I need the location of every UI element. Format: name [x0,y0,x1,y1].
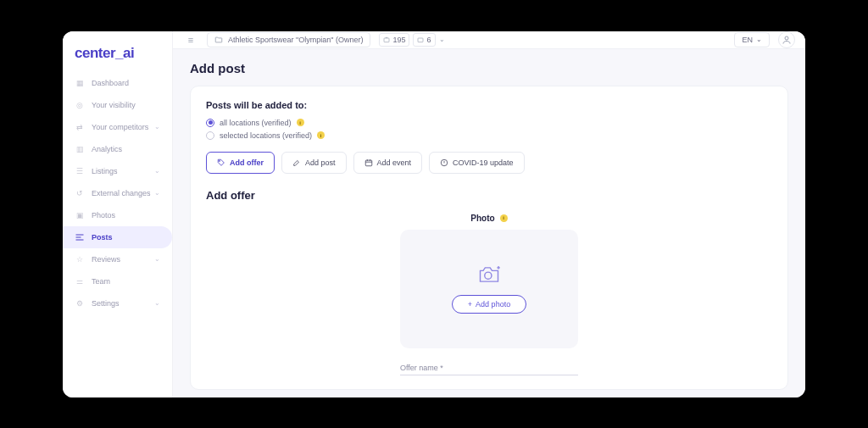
page-title: Add post [190,61,788,75]
sidebar-item-dashboard[interactable]: ▦ Dashboard [63,72,172,94]
folder-label: Athletic Sportswear "Olympian" (Owner) [228,36,363,44]
sidebar-item-label: Analytics [92,145,160,153]
alert-icon [440,158,448,167]
list-icon: ☰ [75,166,85,176]
photo-label: Photo [470,214,494,223]
image-icon: ▣ [75,210,85,220]
chevron-down-icon: ⌄ [154,255,160,263]
scope-title: Posts will be added to: [206,100,772,110]
post-type-tabs: Add offer Add post Add event [206,152,772,174]
chevron-down-icon: ⌄ [154,167,160,175]
sidebar-item-label: Reviews [92,255,154,264]
offer-name-input[interactable] [400,375,578,375]
sidebar-item-label: Your visibility [92,101,160,109]
info-icon[interactable]: i [500,214,508,222]
topbar: ≡ Athletic Sportswear "Olympian" (Owner)… [173,31,805,49]
sidebar-item-label: Dashboard [92,79,160,87]
posts-icon [75,232,85,242]
chevron-down-icon: ⌄ [154,299,160,307]
nav: ▦ Dashboard ◎ Your visibility ⇄ Your com… [63,72,172,314]
main: ≡ Athletic Sportswear "Olympian" (Owner)… [173,31,805,397]
tab-add-offer[interactable]: Add offer [206,152,275,174]
sidebar-item-posts[interactable]: Posts [63,226,172,248]
chevron-down-icon: ⌄ [154,123,160,131]
svg-rect-0 [384,38,389,42]
tab-label: Add post [305,158,336,167]
photo-dropzone[interactable]: + Add photo [400,230,578,348]
eye-icon: ◎ [75,100,85,110]
info-icon[interactable]: i [297,119,304,126]
content: Add post Posts will be added to: all loc… [173,49,805,397]
sidebar-item-label: Photos [92,211,160,220]
svg-rect-1 [418,38,423,42]
sidebar-item-listings[interactable]: ☰ Listings ⌄ [63,160,172,182]
sidebar-item-reviews[interactable]: ☆ Reviews ⌄ [63,248,172,270]
add-photo-button[interactable]: + Add photo [452,295,526,314]
section-title: Add offer [206,189,772,202]
tab-label: COVID-19 update [453,158,514,167]
svg-point-3 [219,160,220,161]
grid-icon: ▦ [75,78,85,88]
plus-icon: + [468,300,472,308]
gear-icon: ⚙ [75,298,85,308]
sidebar-item-competitors[interactable]: ⇄ Your competitors ⌄ [63,116,172,138]
sidebar-item-photos[interactable]: ▣ Photos [63,204,172,226]
folder-selector[interactable]: Athletic Sportswear "Olympian" (Owner) [207,32,370,47]
bars-icon: ▥ [75,144,85,154]
tab-covid-update[interactable]: COVID-19 update [429,152,525,174]
sidebar-item-label: Team [92,277,160,286]
menu-icon[interactable]: ≡ [183,32,198,47]
chevron-down-icon: ⌄ [439,36,445,43]
pencil-icon [292,158,301,167]
sidebar: center_ai ▦ Dashboard ◎ Your visibility … [63,31,173,397]
radio-checked-icon [206,119,214,127]
post-form-card: Posts will be added to: all locations (v… [190,86,788,390]
sidebar-item-settings[interactable]: ⚙ Settings ⌄ [63,292,172,314]
chevron-down-icon: ⌄ [154,189,160,197]
swap-icon: ↺ [75,188,85,198]
add-photo-label: Add photo [476,300,510,308]
language-selector[interactable]: EN ⌄ [734,32,770,47]
stat-pending: 6 [413,33,435,47]
sidebar-item-external-changes[interactable]: ↺ External changes ⌄ [63,182,172,204]
radio-label: selected locations (verified) [220,131,312,140]
location-stats[interactable]: 195 6 ⌄ [379,33,444,47]
chevron-down-icon: ⌄ [756,36,762,43]
offer-name-label: Offer name * [400,364,578,372]
camera-plus-icon [477,264,501,285]
sidebar-item-label: Posts [92,233,160,242]
radio-label: all locations (verified) [220,119,292,127]
sidebar-item-label: Settings [92,299,154,308]
tab-label: Add offer [230,158,264,167]
svg-rect-4 [365,160,372,166]
avatar[interactable] [778,31,795,48]
svg-point-2 [785,36,788,40]
sidebar-item-analytics[interactable]: ▥ Analytics [63,138,172,160]
compare-icon: ⇄ [75,122,85,132]
sidebar-item-label: Your competitors [92,123,154,131]
photo-section: Photo i + Add phot [206,214,772,375]
team-icon: ⚌ [75,276,85,286]
radio-selected-locations[interactable]: selected locations (verified) i [206,131,772,140]
sidebar-item-label: Listings [92,167,154,175]
star-icon: ☆ [75,254,85,264]
info-icon[interactable]: i [317,131,325,139]
sidebar-item-visibility[interactable]: ◎ Your visibility [63,94,172,116]
svg-point-6 [485,272,492,279]
folder-icon [214,36,223,44]
radio-unchecked-icon [206,131,214,140]
photo-label-row: Photo i [470,214,507,223]
app-window: center_ai ▦ Dashboard ◎ Your visibility … [63,31,805,397]
tab-add-post[interactable]: Add post [281,152,347,174]
radio-all-locations[interactable]: all locations (verified) i [206,119,772,127]
tag-icon [217,158,225,167]
logo: center_ai [63,40,172,72]
stat-verified: 195 [379,33,409,47]
calendar-icon [364,158,373,167]
sidebar-item-team[interactable]: ⚌ Team [63,270,172,292]
language-label: EN [742,36,753,44]
logo-text: center_ai [75,45,134,61]
sidebar-item-label: External changes [92,189,154,197]
tab-label: Add event [377,158,412,167]
tab-add-event[interactable]: Add event [353,152,423,174]
